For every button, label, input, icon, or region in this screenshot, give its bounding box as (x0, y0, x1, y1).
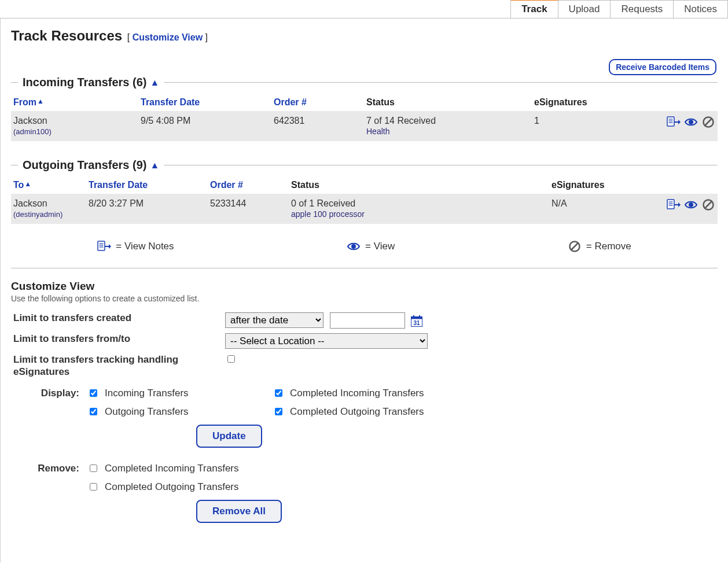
icon-legend: = View Notes = View = Remove (11, 240, 718, 253)
incoming-col-status[interactable]: Status (364, 94, 532, 111)
remove-icon[interactable] (701, 116, 715, 128)
sort-asc-icon: ▲ (24, 180, 31, 188)
incoming-status-sub: Health (366, 127, 389, 136)
outgoing-table: To▲ Transfer Date Order # Status eSignat… (11, 176, 718, 224)
outgoing-header-text: Outgoing Transfers (9) (23, 158, 146, 172)
limit-created-label: Limit to transfers created (11, 312, 225, 324)
incoming-col-esig[interactable]: eSignatures (532, 94, 648, 111)
display-incoming-label: Incoming Transfers (105, 388, 189, 399)
display-label: Display: (11, 388, 87, 399)
outgoing-row: Jackson (destinyadmin) 8/20 3:27 PM 5233… (11, 194, 718, 224)
customize-view-subtitle: Use the following options to create a cu… (11, 294, 718, 303)
customize-view-title: Customize View (11, 280, 718, 293)
page-title: Track Resources (11, 28, 122, 44)
tab-requests[interactable]: Requests (610, 0, 674, 18)
remove-icon[interactable] (701, 198, 715, 211)
outgoing-col-order[interactable]: Order # (208, 176, 289, 194)
outgoing-col-status[interactable]: Status (289, 176, 549, 194)
display-outgoing-checkbox[interactable] (90, 408, 97, 415)
legend-notes-label: = View Notes (116, 241, 174, 252)
view-icon (347, 240, 361, 253)
date-input[interactable] (330, 312, 405, 329)
incoming-transfers-header: Incoming Transfers (6) ▲ (11, 76, 718, 89)
remove-completed-incoming-checkbox[interactable] (90, 465, 97, 472)
display-incoming-checkbox[interactable] (90, 389, 97, 397)
calendar-icon[interactable] (411, 315, 422, 327)
outgoing-user: (destinyadmin) (13, 210, 62, 219)
incoming-from: Jackson (13, 116, 47, 126)
incoming-col-date[interactable]: Transfer Date (138, 94, 271, 111)
limit-esig-label: Limit to transfers tracking handling eSi… (11, 353, 225, 378)
display-completed-outgoing-checkbox[interactable] (275, 408, 282, 415)
tab-track[interactable]: Track (510, 0, 558, 18)
view-icon[interactable] (684, 198, 698, 211)
incoming-date: 9/5 4:08 PM (138, 111, 271, 141)
sort-asc-icon: ▲ (37, 97, 44, 105)
remove-all-button[interactable]: Remove All (196, 500, 282, 523)
view-notes-icon[interactable] (667, 198, 681, 211)
outgoing-transfers-header: Outgoing Transfers (9) ▲ (11, 158, 718, 172)
legend-view-label: = View (365, 241, 395, 252)
remove-completed-outgoing-label: Completed Outgoing Transfers (105, 481, 239, 493)
limit-esig-checkbox[interactable] (227, 355, 235, 363)
outgoing-col-date[interactable]: Transfer Date (86, 176, 208, 194)
tab-upload[interactable]: Upload (558, 0, 611, 18)
outgoing-col-esig[interactable]: eSignatures (549, 176, 648, 194)
remove-label: Remove: (11, 463, 87, 474)
outgoing-esig: N/A (549, 194, 648, 224)
view-icon[interactable] (684, 116, 698, 128)
incoming-status: 7 of 14 Received (366, 116, 436, 126)
outgoing-status: 0 of 1 Received (291, 198, 355, 208)
outgoing-to: Jackson (13, 198, 47, 208)
incoming-user: (admin100) (13, 127, 52, 136)
date-mode-select[interactable]: after the date (225, 312, 323, 328)
view-notes-icon (97, 240, 111, 253)
location-select[interactable]: -- Select a Location -- (225, 333, 428, 349)
outgoing-date: 8/20 3:27 PM (86, 194, 208, 224)
incoming-row: Jackson (admin100) 9/5 4:08 PM 642381 7 … (11, 111, 718, 141)
tab-notices[interactable]: Notices (673, 0, 728, 18)
outgoing-status-sub: apple 100 processor (291, 209, 365, 219)
display-completed-incoming-label: Completed Incoming Transfers (290, 388, 424, 399)
collapse-incoming-icon[interactable]: ▲ (150, 78, 160, 88)
remove-completed-incoming-label: Completed Incoming Transfers (105, 463, 239, 474)
display-completed-incoming-checkbox[interactable] (275, 389, 282, 397)
outgoing-order: 5233144 (208, 194, 289, 224)
display-outgoing-label: Outgoing Transfers (105, 406, 189, 418)
receive-barcoded-items-button[interactable]: Receive Barcoded Items (609, 59, 716, 75)
tab-bar: Track Upload Requests Notices (0, 0, 728, 19)
limit-fromto-label: Limit to transfers from/to (11, 333, 225, 345)
remove-completed-outgoing-checkbox[interactable] (90, 483, 97, 491)
outgoing-col-to[interactable]: To▲ (11, 176, 86, 194)
incoming-order: 642381 (271, 111, 364, 141)
incoming-esig: 1 (532, 111, 648, 141)
incoming-table: From▲ Transfer Date Order # Status eSign… (11, 94, 718, 141)
remove-icon (568, 240, 582, 253)
incoming-col-order[interactable]: Order # (271, 94, 364, 111)
incoming-header-text: Incoming Transfers (6) (23, 76, 147, 89)
view-notes-icon[interactable] (667, 116, 681, 128)
collapse-outgoing-icon[interactable]: ▲ (150, 160, 159, 171)
customize-view-link[interactable]: Customize View (133, 32, 203, 42)
update-button[interactable]: Update (196, 425, 262, 448)
legend-remove-label: = Remove (586, 241, 631, 252)
incoming-col-from[interactable]: From▲ (11, 94, 138, 111)
display-completed-outgoing-label: Completed Outgoing Transfers (290, 406, 424, 418)
